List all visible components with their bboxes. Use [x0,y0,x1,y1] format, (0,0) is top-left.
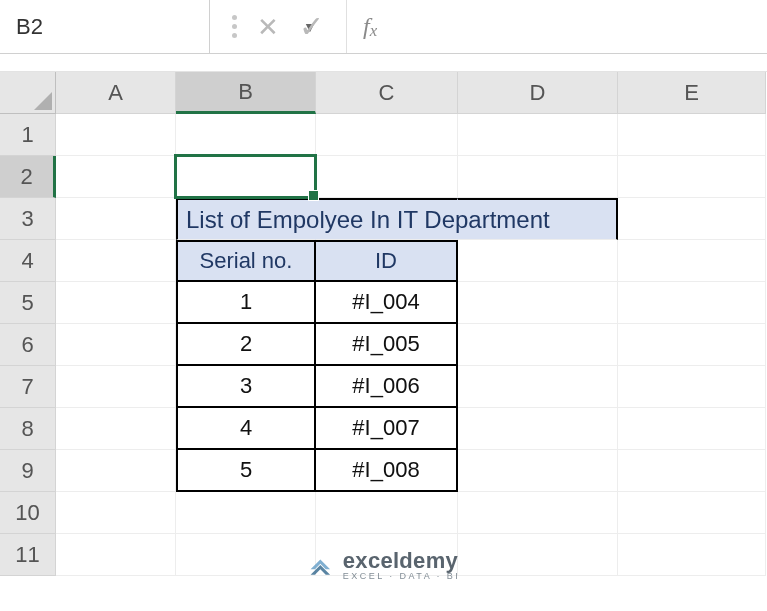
cell-E5[interactable] [618,282,766,324]
cell-E11[interactable] [618,534,766,576]
row-head-8[interactable]: 8 [0,408,56,450]
cell-A9[interactable] [56,450,176,492]
cell-A1[interactable] [56,114,176,156]
row-head-7[interactable]: 7 [0,366,56,408]
drag-handle-icon [232,15,237,38]
cell-B7[interactable]: 3 [176,366,316,408]
cell-A5[interactable] [56,282,176,324]
cell-C4[interactable]: ID [316,240,458,282]
cell-B2[interactable] [176,156,316,198]
cell-D11[interactable] [458,534,618,576]
cell-E4[interactable] [618,240,766,282]
cell-D6[interactable] [458,324,618,366]
ribbon-divider [0,54,767,72]
cell-A4[interactable] [56,240,176,282]
col-head-E[interactable]: E [618,72,766,114]
row-head-9[interactable]: 9 [0,450,56,492]
select-all-corner[interactable] [0,72,56,114]
formula-bar-buttons: ✕ ✓ [210,0,347,53]
col-head-C[interactable]: C [316,72,458,114]
row-head-11[interactable]: 11 [0,534,56,576]
col-head-A[interactable]: A [56,72,176,114]
cell-A11[interactable] [56,534,176,576]
active-cell-selection [174,154,317,199]
cell-C3[interactable] [316,198,458,240]
cell-C10[interactable] [316,492,458,534]
cell-D7[interactable] [458,366,618,408]
cell-E7[interactable] [618,366,766,408]
cell-C8[interactable]: #I_007 [316,408,458,450]
cell-C6[interactable]: #I_005 [316,324,458,366]
cell-E2[interactable] [618,156,766,198]
watermark-brand: exceldemy [343,550,460,572]
cell-B1[interactable] [176,114,316,156]
cell-D8[interactable] [458,408,618,450]
row-head-6[interactable]: 6 [0,324,56,366]
watermark: exceldemy EXCEL · DATA · BI [307,550,460,581]
cell-B9[interactable]: 5 [176,450,316,492]
cell-E6[interactable] [618,324,766,366]
cell-E8[interactable] [618,408,766,450]
cell-A7[interactable] [56,366,176,408]
cell-D1[interactable] [458,114,618,156]
cell-E3[interactable] [618,198,766,240]
cell-B8[interactable]: 4 [176,408,316,450]
row-head-3[interactable]: 3 [0,198,56,240]
row-head-10[interactable]: 10 [0,492,56,534]
cell-D5[interactable] [458,282,618,324]
cell-C7[interactable]: #I_006 [316,366,458,408]
cell-B11[interactable] [176,534,316,576]
cell-E10[interactable] [618,492,766,534]
watermark-text: exceldemy EXCEL · DATA · BI [343,550,460,581]
name-box-container: ▼ [0,0,210,53]
cell-C2[interactable] [316,156,458,198]
enter-icon[interactable]: ✓ [299,12,324,42]
cell-B5[interactable]: 1 [176,282,316,324]
cell-B4[interactable]: Serial no. [176,240,316,282]
cell-C5[interactable]: #I_004 [316,282,458,324]
cell-D4[interactable] [458,240,618,282]
cell-D2[interactable] [458,156,618,198]
cell-A6[interactable] [56,324,176,366]
row-head-2[interactable]: 2 [0,156,56,198]
cell-C9[interactable]: #I_008 [316,450,458,492]
row-head-5[interactable]: 5 [0,282,56,324]
col-head-D[interactable]: D [458,72,618,114]
row-head-1[interactable]: 1 [0,114,56,156]
cell-A10[interactable] [56,492,176,534]
cell-E1[interactable] [618,114,766,156]
fx-icon[interactable]: fx [347,0,393,53]
col-head-B[interactable]: B [176,72,316,114]
cell-B3[interactable]: List of Empolyee In IT Department [176,198,316,240]
cell-E9[interactable] [618,450,766,492]
cell-B6[interactable]: 2 [176,324,316,366]
cancel-icon[interactable]: ✕ [257,14,279,40]
cell-D10[interactable] [458,492,618,534]
cell-C1[interactable] [316,114,458,156]
cell-D9[interactable] [458,450,618,492]
cell-A3[interactable] [56,198,176,240]
cell-B10[interactable] [176,492,316,534]
formula-input[interactable] [393,0,767,53]
cell-A2[interactable] [56,156,176,198]
cell-D3[interactable] [458,198,618,240]
worksheet-grid[interactable]: A B C D E 1 2 3 List of Empolyee In IT D… [0,72,767,576]
watermark-tagline: EXCEL · DATA · BI [343,572,460,581]
cell-A8[interactable] [56,408,176,450]
row-head-4[interactable]: 4 [0,240,56,282]
watermark-logo-icon [307,553,333,579]
formula-bar: ▼ ✕ ✓ fx [0,0,767,54]
